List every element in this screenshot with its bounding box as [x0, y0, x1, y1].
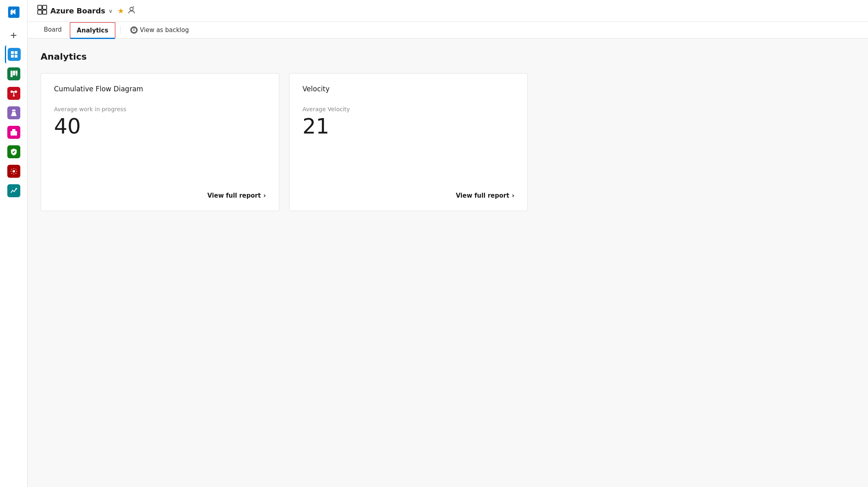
favorite-star[interactable]: ★: [118, 6, 124, 15]
analytics-cards-grid: Cumulative Flow Diagram Average work in …: [41, 73, 528, 211]
header: Azure Boards ∨ ★: [28, 0, 868, 22]
main-content: Azure Boards ∨ ★ Board Analytics View as…: [28, 0, 868, 487]
title-chevron[interactable]: ∨: [108, 8, 112, 14]
sidebar: +: [0, 0, 28, 487]
svg-point-9: [15, 91, 17, 93]
settings-nav-icon[interactable]: [5, 162, 23, 180]
analytics-tab[interactable]: Analytics: [70, 22, 115, 38]
svg-point-16: [13, 170, 15, 172]
kanban-nav-icon[interactable]: [5, 65, 23, 83]
velocity-report-label: View full report: [456, 192, 510, 199]
svg-rect-1: [11, 51, 14, 54]
cumulative-flow-footer[interactable]: View full report ›: [54, 192, 266, 199]
content-area: Analytics Cumulative Flow Diagram Averag…: [28, 39, 868, 487]
svg-rect-22: [43, 10, 47, 14]
test-nav-icon[interactable]: [5, 104, 23, 122]
svg-point-12: [13, 95, 15, 97]
velocity-footer[interactable]: View full report ›: [302, 192, 514, 199]
svg-rect-15: [12, 129, 15, 131]
azure-devops-logo[interactable]: [5, 3, 23, 21]
cumulative-flow-report-label: View full report: [207, 192, 261, 199]
cumulative-flow-chevron-icon: ›: [263, 192, 266, 199]
velocity-card[interactable]: Velocity Average Velocity 21 View full r…: [289, 73, 528, 211]
svg-rect-21: [38, 10, 42, 14]
cumulative-flow-card[interactable]: Cumulative Flow Diagram Average work in …: [41, 73, 279, 211]
velocity-metric-label: Average Velocity: [302, 106, 514, 112]
svg-point-25: [133, 29, 135, 31]
view-as-backlog-icon: [130, 26, 138, 34]
cumulative-flow-title: Cumulative Flow Diagram: [54, 85, 266, 93]
board-tab[interactable]: Board: [37, 22, 68, 38]
velocity-chevron-icon: ›: [512, 192, 514, 199]
nav-divider: [120, 26, 121, 34]
cumulative-flow-metric-label: Average work in progress: [54, 106, 266, 112]
velocity-metric-value: 21: [302, 116, 514, 137]
view-as-backlog-button[interactable]: View as backlog: [124, 22, 196, 38]
svg-point-23: [130, 7, 133, 11]
svg-rect-20: [43, 5, 47, 9]
svg-point-8: [11, 91, 13, 93]
security-nav-icon[interactable]: [5, 143, 23, 161]
svg-rect-19: [38, 5, 42, 9]
pipelines-nav-icon[interactable]: [5, 84, 23, 102]
svg-rect-2: [15, 51, 17, 54]
app-title: Azure Boards: [50, 6, 105, 15]
boards-nav-icon[interactable]: [5, 45, 23, 63]
cumulative-flow-metric-value: 40: [54, 116, 266, 137]
add-icon[interactable]: +: [5, 26, 23, 44]
svg-rect-4: [15, 55, 17, 58]
svg-rect-5: [11, 71, 13, 77]
velocity-title: Velocity: [302, 85, 514, 93]
svg-rect-6: [13, 71, 15, 75]
board-header-icon: [37, 5, 47, 17]
nav-tabs: Board Analytics View as backlog: [28, 22, 868, 39]
person-icon[interactable]: [127, 6, 136, 16]
svg-rect-14: [11, 131, 17, 136]
analytics-nav-icon[interactable]: [5, 182, 23, 200]
artifacts-nav-icon[interactable]: [5, 123, 23, 141]
view-as-backlog-label: View as backlog: [140, 26, 189, 34]
svg-rect-3: [11, 55, 14, 58]
page-title: Analytics: [41, 52, 855, 62]
